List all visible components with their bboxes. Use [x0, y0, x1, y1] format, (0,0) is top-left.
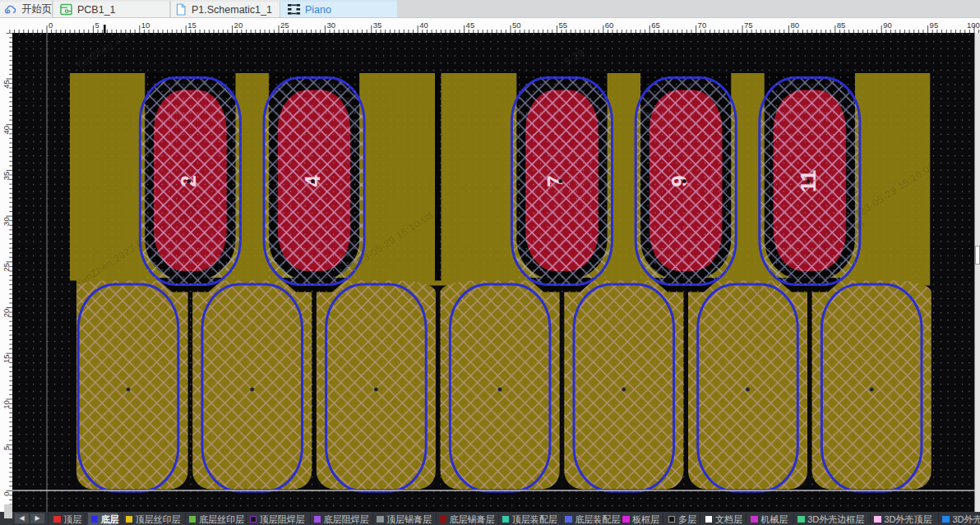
svg-text:25: 25 [280, 21, 289, 30]
svg-text:30: 30 [326, 21, 335, 30]
svg-text:80: 80 [790, 21, 799, 30]
svg-text:20: 20 [2, 309, 11, 318]
svg-text:75: 75 [744, 21, 753, 30]
svg-text:30: 30 [2, 217, 11, 226]
svg-text:0: 0 [49, 21, 53, 30]
svg-text:55: 55 [558, 21, 567, 30]
svg-text:100: 100 [967, 21, 980, 30]
svg-text:85: 85 [837, 21, 846, 30]
svg-text:95: 95 [930, 21, 939, 30]
svg-text:45: 45 [466, 21, 475, 30]
svg-text:45: 45 [2, 80, 11, 89]
svg-text:50: 50 [512, 21, 521, 30]
svg-text:5: 5 [2, 446, 11, 450]
svg-text:70: 70 [698, 21, 707, 30]
svg-text:35: 35 [2, 172, 11, 181]
svg-text:5: 5 [95, 21, 99, 30]
svg-text:40: 40 [419, 21, 428, 30]
svg-text:15: 15 [187, 21, 196, 30]
svg-text:60: 60 [605, 21, 614, 30]
svg-text:20: 20 [234, 21, 243, 30]
svg-text:25: 25 [2, 263, 11, 272]
svg-text:10: 10 [2, 400, 11, 409]
svg-text:35: 35 [373, 21, 382, 30]
svg-text:0: 0 [2, 492, 11, 496]
svg-text:65: 65 [651, 21, 660, 30]
svg-text:15: 15 [2, 354, 11, 363]
svg-text:10: 10 [141, 21, 150, 30]
svg-text:40: 40 [2, 126, 11, 135]
svg-text:90: 90 [883, 21, 892, 30]
